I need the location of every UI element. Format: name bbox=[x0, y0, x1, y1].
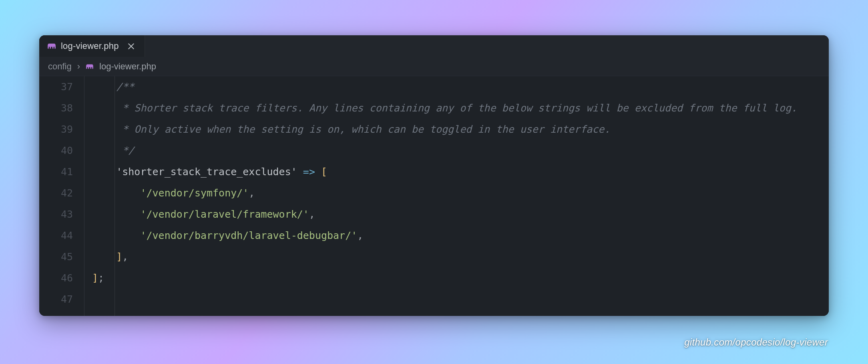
line-number-gutter: 3738394041424344454647 bbox=[39, 76, 84, 316]
editor-window: log-viewer.php config › log-viewer.php 3… bbox=[39, 35, 829, 316]
code-editor[interactable]: 3738394041424344454647 /** * Shorter sta… bbox=[39, 76, 829, 316]
breadcrumb-folder[interactable]: config bbox=[48, 61, 72, 72]
line-number: 44 bbox=[39, 225, 73, 246]
close-icon[interactable] bbox=[126, 41, 137, 51]
tab-bar: log-viewer.php bbox=[39, 35, 829, 57]
line-number: 47 bbox=[39, 289, 73, 310]
code-line[interactable]: */ bbox=[92, 140, 829, 161]
line-number: 39 bbox=[39, 119, 73, 140]
elephant-icon bbox=[47, 42, 56, 50]
line-number: 45 bbox=[39, 246, 73, 267]
line-number: 38 bbox=[39, 97, 73, 119]
code-line[interactable]: * Shorter stack trace filters. Any lines… bbox=[92, 97, 829, 119]
elephant-icon bbox=[86, 63, 94, 70]
code-line[interactable]: ], bbox=[92, 246, 829, 267]
line-number: 41 bbox=[39, 161, 73, 182]
tab-filename: log-viewer.php bbox=[61, 41, 119, 51]
code-line[interactable] bbox=[92, 289, 829, 310]
chevron-right-icon: › bbox=[77, 61, 80, 72]
line-number: 40 bbox=[39, 140, 73, 161]
line-number: 42 bbox=[39, 182, 73, 204]
line-number: 46 bbox=[39, 267, 73, 289]
code-line[interactable]: '/vendor/symfony/', bbox=[92, 182, 829, 204]
breadcrumb: config › log-viewer.php bbox=[39, 57, 829, 76]
code-line[interactable]: '/vendor/laravel/framework/', bbox=[92, 204, 829, 225]
code-line[interactable]: /** bbox=[92, 76, 829, 97]
code-line[interactable]: ]; bbox=[92, 267, 829, 289]
code-line[interactable]: * Only active when the setting is on, wh… bbox=[92, 119, 829, 140]
code-content[interactable]: /** * Shorter stack trace filters. Any l… bbox=[84, 76, 829, 316]
tab-log-viewer[interactable]: log-viewer.php bbox=[39, 35, 145, 57]
code-line[interactable]: '/vendor/barryvdh/laravel-debugbar/', bbox=[92, 225, 829, 246]
attribution-text: github.com/opcodesio/log-viewer bbox=[684, 337, 828, 348]
code-line[interactable]: 'shorter_stack_trace_excludes' => [ bbox=[92, 161, 829, 182]
line-number: 37 bbox=[39, 76, 73, 97]
breadcrumb-file[interactable]: log-viewer.php bbox=[99, 61, 156, 72]
line-number: 43 bbox=[39, 204, 73, 225]
